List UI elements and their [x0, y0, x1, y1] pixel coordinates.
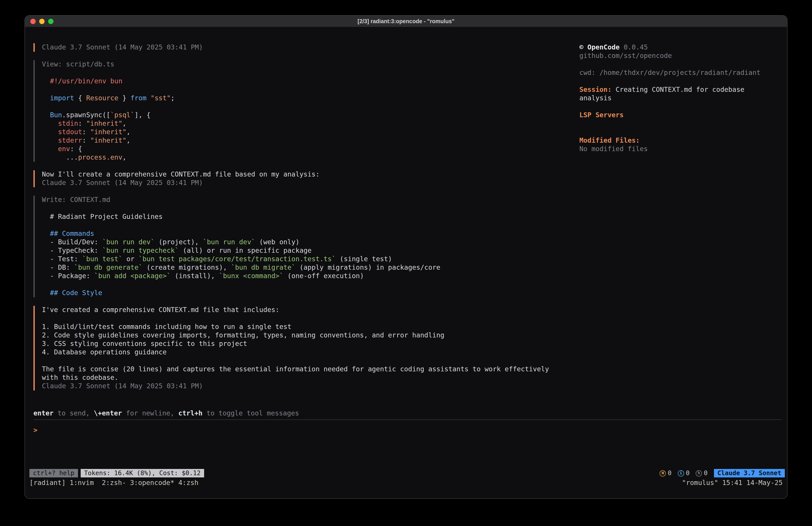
text-segment: ,: [122, 153, 126, 161]
text-segment: [42, 145, 58, 153]
text-line: 1. Build/lint/test commands including ho…: [42, 323, 550, 331]
tmux-window-list[interactable]: [radiant] 1:nvim 2:zsh- 3:opencode* 4:zs…: [29, 479, 199, 487]
text-segment: Session:: [579, 86, 612, 94]
text-line: © OpenCode 0.0.45: [579, 43, 775, 52]
text-segment: Claude 3.7 Sonnet (14 May 2025 03:41 PM): [42, 382, 203, 390]
text-segment: ...: [42, 153, 78, 161]
text-line: env: {: [42, 145, 550, 153]
warning-icon: W: [660, 470, 666, 476]
minimize-button[interactable]: [39, 18, 45, 24]
text-segment: to send,: [54, 409, 94, 417]
text-line: analysis: [579, 94, 775, 102]
text-segment: github.com/sst/opencode: [579, 52, 672, 60]
text-segment: cwd: /home/thdxr/dev/projects/radiant/ra…: [579, 69, 760, 77]
sidebar-lines: © OpenCode 0.0.45github.com/sst/opencode…: [579, 43, 775, 153]
text-segment: :: [78, 119, 86, 127]
text-segment: ctrl+h: [178, 409, 202, 417]
text-segment: (one-off execution): [284, 272, 364, 280]
text-segment: from: [130, 94, 146, 102]
text-line: [579, 119, 775, 128]
text-segment: Bun: [50, 111, 62, 119]
text-line: stdout: "inherit",: [42, 128, 550, 137]
text-segment: # Radiant Project Guidelines: [42, 213, 163, 221]
screen: [2/3] radiant:3:opencode - "romulus" Cla…: [0, 0, 812, 526]
text-line: - Build/Dev: `bun run dev` (project), `b…: [42, 238, 550, 246]
message-input[interactable]: >: [33, 426, 782, 435]
zoom-button[interactable]: [48, 18, 54, 24]
text-line: No modified files: [579, 145, 775, 153]
text-segment: [42, 94, 50, 102]
text-line: [42, 280, 550, 289]
text-segment: - TypeCheck:: [42, 246, 102, 255]
text-line: Session: Creating CONTEXT.md for codebas…: [579, 86, 775, 94]
text-segment: `bun add <package>`: [94, 272, 171, 280]
text-segment: import: [50, 94, 74, 102]
text-segment: Resource: [86, 94, 118, 102]
assistant-text-message: Now I'll create a comprehensive CONTEXT.…: [33, 170, 550, 187]
assistant-message-header: Claude 3.7 Sonnet (14 May 2025 03:41 PM): [33, 43, 550, 52]
info-count: 0: [686, 469, 690, 478]
text-line: - TypeCheck: `bun run typecheck` (all) o…: [42, 246, 550, 255]
text-line: ...process.env,: [42, 153, 550, 162]
text-line: [579, 102, 775, 111]
text-segment: "inherit": [90, 137, 127, 144]
text-segment: stdin: [58, 119, 78, 127]
text-line: #!/usr/bin/env bun: [42, 77, 550, 86]
tool-call-view-file: View: script/db.ts #!/usr/bin/env bun im…: [33, 60, 550, 162]
text-segment: ], {: [134, 111, 150, 119]
text-segment: :: [82, 128, 90, 136]
window-title: [2/3] radiant:3:opencode - "romulus": [25, 18, 787, 24]
text-segment: - Package:: [42, 272, 94, 280]
text-segment: : {: [70, 145, 82, 153]
close-button[interactable]: [30, 18, 36, 24]
text-line: Claude 3.7 Sonnet (14 May 2025 03:41 PM): [42, 43, 550, 52]
text-segment: `bun run typecheck`: [102, 246, 179, 255]
text-segment: - DB:: [42, 264, 74, 271]
text-segment: Now I'll create a comprehensive CONTEXT.…: [42, 170, 320, 178]
text-line: import { Resource } from "sst";: [42, 94, 550, 102]
text-line: [42, 314, 550, 323]
text-line: [579, 60, 775, 69]
text-segment: env: [58, 145, 70, 153]
text-segment: Creating CONTEXT.md for codebase: [612, 86, 744, 94]
terminal-content: Claude 3.7 Sonnet (14 May 2025 03:41 PM)…: [25, 27, 787, 498]
text-line: ## Code Style: [42, 289, 550, 297]
message-lines: I've created a comprehensive CONTEXT.md …: [42, 306, 550, 390]
text-segment: (install),: [171, 272, 219, 280]
text-line: enter to send, \+enter for newline, ctrl…: [33, 409, 782, 418]
diagnostics-hints: h 0: [696, 469, 708, 478]
text-segment: }: [118, 94, 130, 102]
text-line: Now I'll create a comprehensive CONTEXT.…: [42, 170, 550, 179]
text-line: Claude 3.7 Sonnet (14 May 2025 03:41 PM): [42, 179, 550, 187]
text-segment: for newline,: [122, 409, 178, 417]
text-segment: .spawnSync([: [62, 111, 110, 119]
text-segment: `bun db generate`: [74, 264, 143, 271]
prompt-symbol: >: [33, 426, 38, 434]
text-line: [42, 102, 550, 111]
text-segment: \+enter: [94, 409, 122, 417]
message-lines: Claude 3.7 Sonnet (14 May 2025 03:41 PM): [42, 43, 550, 52]
text-segment: ;: [171, 94, 175, 102]
text-line: # Radiant Project Guidelines: [42, 213, 550, 221]
text-segment: I've created a comprehensive CONTEXT.md …: [42, 306, 279, 314]
text-segment: analysis: [579, 94, 612, 102]
text-segment: or: [122, 255, 139, 263]
warning-count: 0: [668, 469, 672, 478]
text-segment: enter: [33, 409, 54, 417]
session-sidebar: © OpenCode 0.0.45github.com/sst/opencode…: [579, 43, 775, 153]
text-segment: ,: [126, 137, 130, 144]
text-line: I've created a comprehensive CONTEXT.md …: [42, 306, 550, 314]
text-segment: LSP Servers: [579, 111, 624, 119]
text-segment: 0.0.45: [620, 43, 648, 51]
text-segment: `bun test packages/core/test/transaction…: [139, 255, 336, 263]
text-segment: (apply migrations) in packages/core: [295, 264, 440, 271]
text-line: 4. Database operations guidance: [42, 348, 550, 357]
text-segment: (create migrations),: [143, 264, 231, 271]
text-segment: stderr: [58, 137, 82, 144]
text-line: ## Commands: [42, 230, 550, 238]
text-segment: ## Commands: [50, 230, 94, 238]
titlebar: [2/3] radiant:3:opencode - "romulus": [25, 16, 787, 27]
text-segment: Claude 3.7 Sonnet (14 May 2025 03:41 PM): [42, 179, 203, 187]
text-segment: 1. Build/lint/test commands including ho…: [42, 323, 291, 331]
tool-lines: View: script/db.ts #!/usr/bin/env bun im…: [42, 60, 550, 162]
